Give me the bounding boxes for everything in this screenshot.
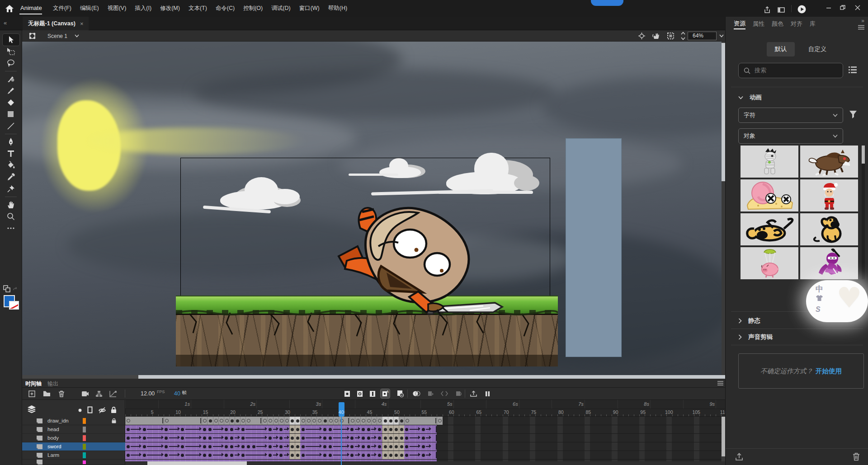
auto-keyframe-icon[interactable]: A	[381, 389, 390, 398]
camera-icon[interactable]	[80, 389, 90, 398]
tab-timeline[interactable]: 时间轴	[25, 380, 42, 388]
insert-keyframe-icon[interactable]	[343, 389, 352, 398]
hide-column-icon[interactable]	[98, 407, 106, 413]
edit-multiple-frames-icon[interactable]	[426, 389, 435, 398]
mode-custom-button[interactable]: 自定义	[803, 42, 831, 56]
center-stage-icon[interactable]	[638, 32, 646, 40]
layer-name[interactable]: head	[47, 427, 83, 432]
asset-mummy-robot[interactable]	[741, 146, 798, 178]
zoom-dropdown-icon[interactable]	[717, 32, 725, 40]
section-audio[interactable]: 声音剪辑	[738, 333, 773, 341]
layer-row-Larm[interactable]: Larm	[22, 451, 125, 460]
panel-tab-库[interactable]: 库	[810, 20, 816, 29]
share-icon[interactable]	[763, 6, 771, 14]
panel-tab-对齐[interactable]: 对齐	[791, 20, 802, 29]
layer-name[interactable]: body	[47, 435, 83, 441]
asset-parachute-pig[interactable]	[741, 247, 798, 279]
menu-item[interactable]: 控制(O)	[241, 3, 265, 14]
frames-row-Larm[interactable]	[125, 451, 725, 460]
assets-scrollbar[interactable]	[862, 146, 865, 279]
menu-item[interactable]: 编辑(E)	[78, 3, 101, 14]
panel-tab-资源[interactable]: 资源	[734, 19, 745, 29]
filter-object-dropdown[interactable]: 对象	[738, 128, 843, 144]
minimize-button[interactable]	[822, 3, 835, 13]
pen-tool[interactable]	[3, 136, 19, 148]
menu-item[interactable]: 修改(M)	[158, 3, 182, 14]
onion-skin-icon[interactable]	[412, 389, 421, 398]
frames-row-head[interactable]	[125, 425, 725, 434]
rig-icon[interactable]	[28, 32, 36, 40]
document-tab[interactable]: 无标题-1 (Canvas) ×	[23, 17, 89, 30]
mode-default-button[interactable]: 默认	[767, 42, 795, 56]
asset-warp-pin-tool[interactable]	[3, 183, 19, 195]
subselection-transform-tool[interactable]	[3, 46, 19, 57]
bird-character[interactable]	[334, 188, 506, 319]
widget-s-glyph[interactable]: S	[816, 305, 821, 314]
pause-icon[interactable]	[483, 389, 492, 398]
layer-parenting-icon[interactable]	[94, 389, 104, 398]
menu-item[interactable]: 帮助(H)	[326, 3, 349, 14]
menu-item[interactable]: 窗口(W)	[297, 3, 322, 14]
classic-brush-tool[interactable]	[3, 85, 19, 97]
panel-overflow-icon[interactable]: »	[861, 18, 864, 24]
frames-row-sword[interactable]	[125, 442, 725, 451]
rectangle-tool[interactable]	[3, 108, 19, 120]
panel-tab-属性[interactable]: 属性	[753, 20, 764, 29]
home-icon[interactable]	[5, 4, 14, 14]
collapse-panel-icon[interactable]: «	[4, 19, 7, 26]
frame-count-value[interactable]: 40	[174, 390, 180, 397]
fluid-brush-tool[interactable]	[3, 73, 19, 85]
canvas-vertical-scrollbar[interactable]	[722, 42, 725, 375]
new-layer-icon[interactable]	[27, 389, 36, 398]
loop-icon[interactable]	[454, 389, 463, 398]
default-swap-colors-icon[interactable]	[3, 285, 19, 294]
menu-item[interactable]: 命令(C)	[213, 3, 237, 14]
layer-row-draw_idn[interactable]: draw_idn	[22, 417, 125, 425]
layer-row-head[interactable]: head	[22, 425, 125, 434]
zoom-level-input[interactable]: 64%	[688, 32, 717, 40]
asset-santa[interactable]	[800, 179, 858, 211]
zoom-stepper-icon[interactable]	[680, 31, 686, 41]
layer-color-swatch[interactable]	[83, 435, 86, 441]
insert-blank-keyframe-icon[interactable]	[355, 389, 364, 398]
new-folder-icon[interactable]	[42, 389, 51, 398]
tab-output[interactable]: 输出	[47, 380, 58, 388]
layer-lock-icon[interactable]	[112, 418, 116, 423]
widget-cn-glyph[interactable]: 中	[816, 284, 823, 294]
timeline-horizontal-scrollbar[interactable]	[125, 461, 725, 465]
lasso-tool[interactable]	[3, 57, 19, 69]
frame-span-icon[interactable]	[440, 389, 449, 398]
notification-pill[interactable]	[591, 0, 623, 6]
lock-column-icon[interactable]	[111, 406, 117, 413]
view-options-icon[interactable]	[849, 66, 857, 73]
layer-color-swatch[interactable]	[83, 418, 86, 424]
asset-dog-sitting[interactable]	[800, 213, 858, 245]
scene-breadcrumb[interactable]: Scene 1	[47, 33, 67, 39]
get-started-link[interactable]: 开始使用	[816, 367, 842, 376]
scene-chevron-down-icon[interactable]	[75, 34, 79, 38]
canvas-horizontal-scrollbar[interactable]	[22, 375, 725, 379]
menu-item[interactable]: 文本(T)	[186, 3, 209, 14]
timeline-ruler[interactable]: 1s2s3s4s5s6s7s8s9s 510152025303540455055…	[125, 400, 725, 417]
close-document-icon[interactable]: ×	[80, 20, 84, 27]
line-tool[interactable]	[3, 120, 19, 132]
timeline-menu-icon[interactable]	[717, 381, 723, 385]
eyedropper-tool[interactable]	[3, 171, 19, 183]
eraser-tool[interactable]	[3, 97, 19, 108]
hand-tool[interactable]	[3, 199, 19, 211]
search-input[interactable]: 搜索	[738, 63, 843, 78]
stage-canvas[interactable]	[22, 42, 725, 379]
menu-item[interactable]: 视图(V)	[105, 3, 129, 14]
app-name[interactable]: Animate	[20, 5, 42, 11]
floating-overlay-widget[interactable]: 中 S ♥	[806, 280, 868, 322]
menu-item[interactable]: 插入(I)	[132, 3, 154, 14]
menu-item[interactable]: 调试(D)	[269, 3, 292, 14]
text-tool[interactable]	[3, 148, 19, 160]
layer-color-swatch[interactable]	[83, 427, 86, 432]
delete-layer-icon[interactable]	[57, 389, 66, 398]
timeline-frames[interactable]	[125, 417, 725, 465]
selection-tool[interactable]	[3, 34, 19, 46]
asset-ninja[interactable]	[800, 247, 858, 279]
widget-shirt-icon[interactable]	[816, 295, 823, 301]
panel-menu-icon[interactable]	[858, 25, 864, 30]
